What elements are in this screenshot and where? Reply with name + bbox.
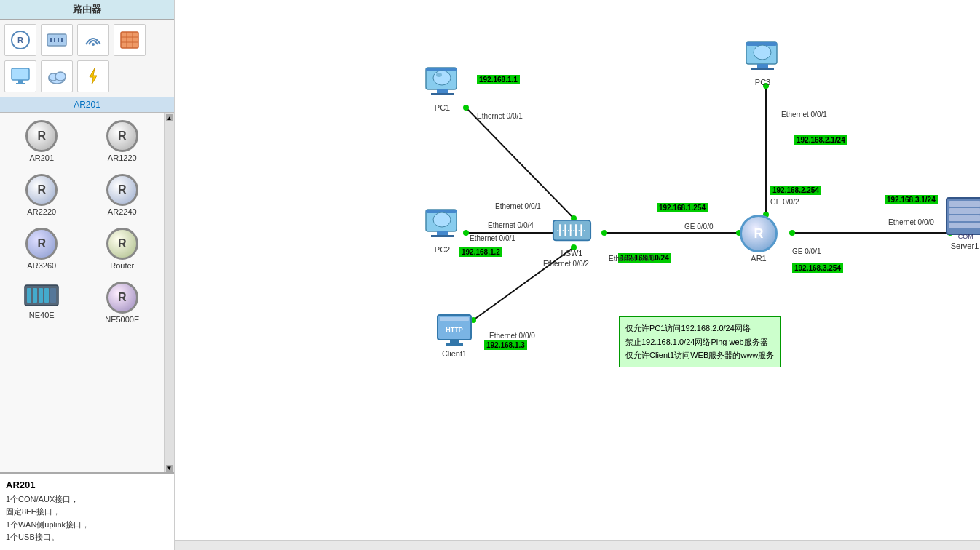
toolbar-monitor-icon[interactable] (4, 60, 36, 92)
ne40e-label: NE40E (29, 311, 55, 319)
svg-rect-47 (431, 93, 454, 95)
toolbar-switch-icon[interactable] (41, 24, 73, 56)
iface-lsw1-eth3: Ethernet 0/0/3 (609, 255, 655, 263)
svg-rect-25 (50, 288, 56, 303)
ar2220-label: AR2220 (27, 207, 56, 216)
network-canvas: PC1 PC2 PC3 (175, 0, 980, 550)
toolbar-wireless-icon[interactable] (77, 24, 109, 56)
ar3260-label: AR3260 (27, 261, 56, 270)
scroll-up-icon[interactable]: ▲ (166, 114, 173, 121)
svg-point-42 (463, 230, 469, 236)
device-ar3260[interactable]: R AR3260 (4, 225, 79, 273)
svg-rect-58 (751, 68, 774, 70)
svg-point-18 (55, 72, 66, 81)
top-icons: R (0, 20, 174, 97)
device-ar201[interactable]: R AR201 (4, 117, 79, 165)
device-ar2240[interactable]: R AR2240 (85, 171, 160, 219)
svg-rect-77 (446, 343, 463, 346)
section-title: 路由器 (0, 0, 174, 20)
svg-text:HTTP: HTTP (446, 326, 463, 333)
ip-lsw-ar1-left: 192.168.1.254 (657, 203, 708, 212)
server1-label: Server1 (951, 242, 979, 250)
iface-server-eth: Ethernet 0/0/0 (888, 218, 934, 226)
info-line-2: 固定8FE接口， (6, 506, 168, 519)
node-server1[interactable]: .COM Server1 (943, 196, 980, 250)
ip-ar1-ge002: 192.168.2.254 (770, 186, 821, 195)
pc1-icon (422, 65, 462, 102)
iface-lsw1-eth1: Ethernet 0/0/1 (495, 202, 541, 210)
device-router[interactable]: R Router (85, 225, 160, 273)
iface-ar1-ge001-label: GE 0/0/1 (792, 247, 821, 255)
svg-text:R: R (17, 36, 23, 44)
svg-point-7 (92, 43, 95, 46)
ne5000e-icon: R (106, 282, 138, 314)
info-title: AR201 (6, 479, 168, 490)
node-pc3[interactable]: PC3 (743, 40, 783, 87)
ip-client1: 192.168.1.3 (484, 340, 527, 350)
ne40e-icon (23, 282, 60, 309)
svg-rect-74 (440, 317, 469, 321)
pc3-label: PC3 (755, 78, 770, 87)
pc2-label: PC2 (435, 245, 450, 254)
bottom-scrollbar[interactable] (175, 540, 980, 550)
device-list: R AR201 R AR1220 R AR2220 R AR2240 (0, 113, 164, 472)
ar1220-label: AR1220 (108, 154, 137, 162)
toolbar-firewall-icon[interactable] (114, 24, 146, 56)
iface-lsw1-eth4: Ethernet 0/0/4 (488, 221, 534, 229)
node-client1[interactable]: HTTP Client1 (435, 313, 473, 358)
info-line-1: 仅允许PC1访问192.168.2.0/24网络 (625, 322, 774, 335)
device-ar2220[interactable]: R AR2220 (4, 171, 79, 219)
svg-rect-76 (450, 340, 459, 343)
node-pc2[interactable]: PC2 (422, 207, 462, 254)
svg-point-41 (463, 105, 469, 111)
ar2240-label: AR2240 (108, 207, 137, 216)
iface-ar1-ge002-label: GE 0/0/2 (770, 198, 799, 206)
ip-pc3-net: 192.168.2.1/24 (794, 135, 847, 145)
svg-point-48 (433, 71, 451, 85)
node-pc1[interactable]: PC1 (422, 65, 462, 112)
ip-server-net: 192.168.3.1/24 (885, 195, 938, 204)
iface-ar1-ge000: GE 0/0/0 (684, 223, 713, 231)
node-ar1[interactable]: R AR1 (740, 215, 778, 263)
svg-line-28 (473, 247, 574, 320)
device-ar1220[interactable]: R AR1220 (85, 117, 160, 165)
connection-lines (175, 0, 980, 550)
svg-rect-14 (18, 80, 23, 83)
toolbar-power-icon[interactable] (77, 60, 109, 92)
node-lsw1[interactable]: LSW1 (552, 215, 592, 258)
device-ne40e[interactable]: NE40E (4, 279, 79, 327)
svg-text:.COM: .COM (956, 233, 973, 240)
info-line-3: 1个WAN侧uplink接口， (6, 519, 168, 532)
info-line-4: 1个USB接口。 (6, 531, 168, 544)
svg-rect-24 (44, 288, 49, 303)
svg-point-35 (601, 230, 607, 236)
svg-rect-68 (949, 201, 980, 207)
ar201-label: AR201 (29, 154, 54, 162)
iface-pc2-eth: Ethernet 0/0/1 (470, 234, 515, 242)
info-line-1: 1个CON/AUX接口， (6, 493, 168, 506)
svg-rect-13 (12, 68, 29, 80)
toolbar-cloud-icon[interactable] (41, 60, 73, 92)
info-box: 仅允许PC1访问192.168.2.0/24网络 禁止192.168.1.0/2… (619, 316, 781, 367)
device-ne5000e[interactable]: R NE5000E (85, 279, 160, 327)
info-text: 1个CON/AUX接口， 固定8FE接口， 1个WAN侧uplink接口， 1个… (6, 493, 168, 544)
svg-rect-2 (47, 34, 66, 46)
svg-rect-21 (27, 288, 31, 303)
iface-pc3-eth: Ethernet 0/0/1 (781, 111, 827, 119)
svg-marker-19 (90, 68, 97, 84)
ar2220-icon: R (25, 174, 58, 206)
client1-label: Client1 (442, 349, 467, 358)
scroll-down-icon[interactable]: ▼ (166, 465, 173, 472)
toolbar-router-icon[interactable]: R (4, 24, 36, 56)
ip-pc2: 192.168.1.2 (459, 247, 502, 257)
ip-pc1: 192.168.1.1 (477, 75, 520, 84)
svg-rect-70 (949, 215, 980, 221)
iface-client1-eth: Ethernet 0/0/0 (489, 332, 535, 340)
svg-point-37 (789, 230, 795, 236)
svg-rect-69 (949, 208, 980, 214)
iface-lsw1-eth2: Ethernet 0/0/2 (543, 260, 589, 268)
router-icon: R (106, 228, 138, 260)
ne5000e-label: NE5000E (105, 315, 139, 324)
ar201-icon: R (25, 120, 58, 152)
pc2-icon (422, 207, 462, 244)
